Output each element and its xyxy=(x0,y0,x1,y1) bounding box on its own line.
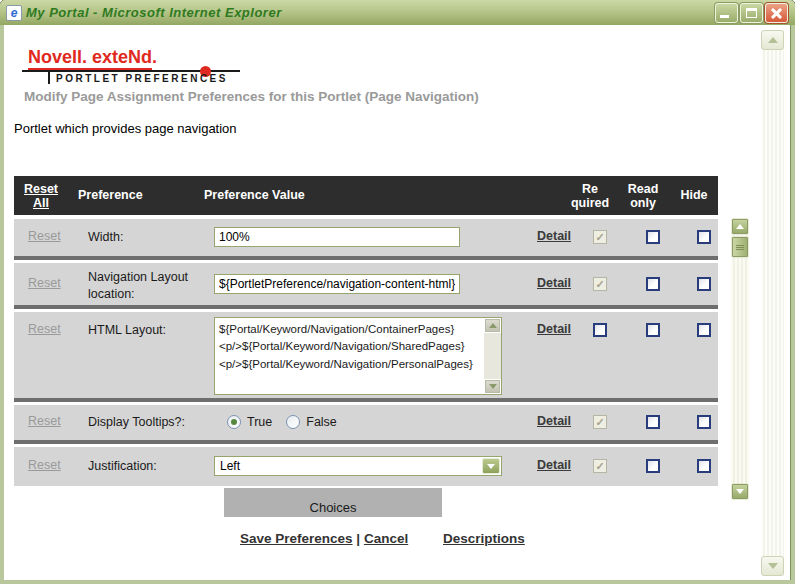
cancel-link[interactable]: Cancel xyxy=(364,531,408,546)
scroll-up-icon[interactable] xyxy=(484,318,501,333)
textarea-scrollbar[interactable] xyxy=(484,318,501,394)
row-divider xyxy=(14,398,718,402)
html-layout-textarea[interactable]: ${Portal/Keyword/Navigation/ContainerPag… xyxy=(215,318,484,394)
descriptions-link[interactable]: Descriptions xyxy=(443,531,525,546)
preference-label: Width: xyxy=(88,229,210,246)
reset-link[interactable]: Reset xyxy=(28,276,61,290)
preference-label: Display Tooltips?: xyxy=(88,414,228,431)
required-checkbox xyxy=(593,277,607,291)
scroll-down-icon[interactable] xyxy=(484,379,501,394)
table-row-html-layout: Reset HTML Layout: ${Portal/Keyword/Navi… xyxy=(14,312,718,398)
radio-true[interactable] xyxy=(227,415,241,429)
detail-link[interactable]: Detail xyxy=(537,276,571,290)
reset-link[interactable]: Reset xyxy=(28,322,61,336)
preference-label: HTML Layout: xyxy=(88,322,210,339)
preference-label: Navigation Layout location: xyxy=(88,269,210,303)
required-checkbox xyxy=(593,459,607,473)
detail-link[interactable]: Detail xyxy=(537,414,571,428)
portlet-description: Portlet which provides page navigation xyxy=(14,121,237,136)
detail-link[interactable]: Detail xyxy=(537,229,571,243)
required-checkbox xyxy=(593,415,607,429)
required-checkbox[interactable] xyxy=(593,323,607,337)
selected-option: Left xyxy=(220,459,240,473)
readonly-checkbox[interactable] xyxy=(646,415,660,429)
logo-vertical-tick xyxy=(48,70,50,84)
reset-all-link[interactable]: Reset All xyxy=(18,182,64,211)
html-layout-textarea-frame: ${Portal/Keyword/Navigation/ContainerPag… xyxy=(214,317,502,395)
detail-link[interactable]: Detail xyxy=(537,458,571,472)
readonly-checkbox[interactable] xyxy=(646,459,660,473)
footer-actions: Save Preferences | Cancel xyxy=(240,531,408,546)
scroll-down-icon[interactable] xyxy=(731,483,749,500)
scroll-down-icon[interactable] xyxy=(761,556,784,576)
minimize-icon xyxy=(720,15,729,18)
radio-false[interactable] xyxy=(286,415,300,429)
maximize-button[interactable] xyxy=(740,3,763,23)
reset-link[interactable]: Reset xyxy=(28,229,61,243)
radio-false-label: False xyxy=(306,415,337,429)
browser-scrollbar[interactable] xyxy=(761,30,784,576)
column-header-preference: Preference xyxy=(78,188,143,202)
scrollbar-thumb[interactable] xyxy=(731,236,749,258)
justification-select[interactable]: Left xyxy=(214,456,502,476)
scroll-up-icon[interactable] xyxy=(731,218,749,235)
preferences-table-header: Reset All Preference Preference Value Re… xyxy=(14,176,718,215)
choices-button[interactable]: Choices xyxy=(224,488,442,517)
novell-extend-logo: Novell. exteNd. xyxy=(28,47,157,68)
page-title: Modify Page Assignment Preferences for t… xyxy=(24,89,479,104)
save-preferences-link[interactable]: Save Preferences xyxy=(240,531,353,546)
readonly-checkbox[interactable] xyxy=(646,277,660,291)
internet-explorer-icon: e xyxy=(6,5,22,21)
readonly-checkbox[interactable] xyxy=(646,230,660,244)
portlet-preferences-label: PORTLET PREFERENCES xyxy=(56,73,228,84)
reset-link[interactable]: Reset xyxy=(28,414,61,428)
table-row-justification: Reset Justification: Left Detail xyxy=(14,447,718,486)
radio-true-label: True xyxy=(247,415,272,429)
maximize-icon xyxy=(746,8,757,18)
row-divider xyxy=(14,440,718,444)
detail-link[interactable]: Detail xyxy=(537,322,571,336)
table-row-width: Reset Width: Detail xyxy=(14,219,718,256)
row-divider xyxy=(14,305,718,309)
inner-scrollbar[interactable] xyxy=(731,218,749,500)
hide-checkbox[interactable] xyxy=(697,459,711,473)
required-checkbox xyxy=(593,230,607,244)
hide-checkbox[interactable] xyxy=(697,277,711,291)
window-title: My Portal - Microsoft Internet Explorer xyxy=(26,5,282,20)
minimize-button[interactable] xyxy=(715,3,738,23)
tooltips-radio-group: True False xyxy=(227,415,345,429)
hide-checkbox[interactable] xyxy=(697,415,711,429)
browser-window: e My Portal - Microsoft Internet Explore… xyxy=(0,0,795,584)
table-row-navigation-layout: Reset Navigation Layout location: Detail xyxy=(14,263,718,305)
link-divider: | xyxy=(356,531,360,546)
close-button[interactable] xyxy=(765,3,788,23)
scroll-up-icon[interactable] xyxy=(761,30,784,50)
width-input[interactable] xyxy=(214,227,460,247)
reset-link[interactable]: Reset xyxy=(28,458,61,472)
readonly-checkbox[interactable] xyxy=(646,323,660,337)
preference-label: Justification: xyxy=(88,458,210,475)
column-header-hide: Hide xyxy=(664,188,724,202)
title-bar[interactable]: e My Portal - Microsoft Internet Explore… xyxy=(0,0,795,25)
table-row-display-tooltips: Reset Display Tooltips?: True False Deta… xyxy=(14,405,718,440)
hide-checkbox[interactable] xyxy=(697,230,711,244)
chevron-down-icon[interactable] xyxy=(482,458,500,474)
column-header-preference-value: Preference Value xyxy=(204,188,305,202)
page-content: Novell. exteNd. PORTLET PREFERENCES Modi… xyxy=(4,25,791,580)
row-divider xyxy=(14,256,718,260)
navigation-layout-input[interactable] xyxy=(214,274,460,294)
column-header-required: Re quired xyxy=(560,182,620,211)
hide-checkbox[interactable] xyxy=(697,323,711,337)
